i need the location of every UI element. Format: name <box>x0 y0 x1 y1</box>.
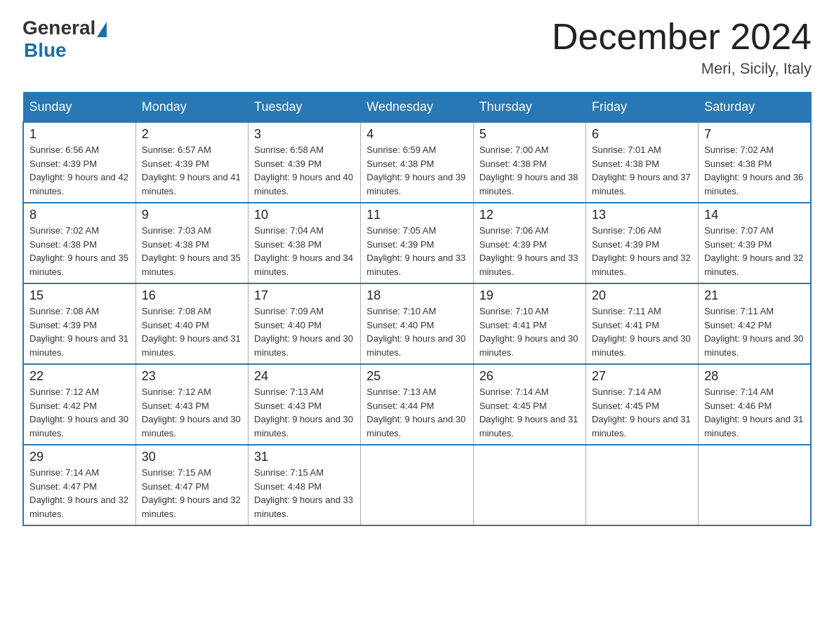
calendar-cell: 28 Sunrise: 7:14 AMSunset: 4:46 PMDaylig… <box>699 364 811 445</box>
calendar-week-row: 22 Sunrise: 7:12 AMSunset: 4:42 PMDaylig… <box>23 364 811 445</box>
calendar-cell: 5 Sunrise: 7:00 AMSunset: 4:38 PMDayligh… <box>473 122 585 203</box>
calendar-cell: 8 Sunrise: 7:02 AMSunset: 4:38 PMDayligh… <box>23 203 135 283</box>
day-number: 4 <box>366 127 467 142</box>
calendar-cell: 20 Sunrise: 7:11 AMSunset: 4:41 PMDaylig… <box>585 283 698 364</box>
day-number: 21 <box>704 288 805 303</box>
page-header: General Blue December 2024 Meri, Sicily,… <box>22 17 812 78</box>
logo-triangle-icon <box>97 22 107 37</box>
calendar-cell: 1 Sunrise: 6:56 AMSunset: 4:39 PMDayligh… <box>23 122 135 203</box>
day-number: 11 <box>366 208 467 222</box>
day-number: 31 <box>254 450 355 464</box>
calendar-header-friday: Friday <box>585 93 698 123</box>
calendar-cell <box>699 445 811 525</box>
calendar-header-monday: Monday <box>135 93 248 123</box>
calendar-cell: 14 Sunrise: 7:07 AMSunset: 4:39 PMDaylig… <box>699 203 811 283</box>
calendar-cell: 22 Sunrise: 7:12 AMSunset: 4:42 PMDaylig… <box>23 364 135 445</box>
calendar-cell: 25 Sunrise: 7:13 AMSunset: 4:44 PMDaylig… <box>361 364 473 445</box>
calendar-cell: 13 Sunrise: 7:06 AMSunset: 4:39 PMDaylig… <box>585 203 698 283</box>
day-info: Sunrise: 7:01 AMSunset: 4:38 PMDaylight:… <box>592 145 691 196</box>
logo-general-text: General <box>22 17 95 39</box>
day-number: 30 <box>142 450 242 464</box>
day-number: 20 <box>592 288 692 303</box>
calendar-cell: 12 Sunrise: 7:06 AMSunset: 4:39 PMDaylig… <box>473 203 585 283</box>
day-info: Sunrise: 7:15 AMSunset: 4:47 PMDaylight:… <box>142 467 241 519</box>
day-number: 29 <box>29 450 130 464</box>
day-number: 26 <box>479 369 580 384</box>
calendar-cell: 24 Sunrise: 7:13 AMSunset: 4:43 PMDaylig… <box>249 364 361 445</box>
calendar-cell: 7 Sunrise: 7:02 AMSunset: 4:38 PMDayligh… <box>699 122 811 203</box>
day-number: 10 <box>254 208 355 222</box>
calendar-cell: 3 Sunrise: 6:58 AMSunset: 4:39 PMDayligh… <box>249 122 361 203</box>
day-info: Sunrise: 7:14 AMSunset: 4:45 PMDaylight:… <box>592 387 691 438</box>
day-number: 16 <box>142 288 242 303</box>
calendar-cell: 2 Sunrise: 6:57 AMSunset: 4:39 PMDayligh… <box>135 122 248 203</box>
day-info: Sunrise: 7:12 AMSunset: 4:42 PMDaylight:… <box>29 387 128 438</box>
calendar-cell: 30 Sunrise: 7:15 AMSunset: 4:47 PMDaylig… <box>135 445 248 525</box>
day-number: 12 <box>479 208 580 222</box>
calendar-cell: 15 Sunrise: 7:08 AMSunset: 4:39 PMDaylig… <box>23 283 135 364</box>
day-number: 7 <box>704 127 805 142</box>
day-info: Sunrise: 7:09 AMSunset: 4:40 PMDaylight:… <box>254 306 353 358</box>
day-info: Sunrise: 7:08 AMSunset: 4:39 PMDaylight:… <box>29 306 128 358</box>
calendar-cell: 9 Sunrise: 7:03 AMSunset: 4:38 PMDayligh… <box>135 203 248 283</box>
logo-blue-text: Blue <box>24 39 67 62</box>
day-number: 28 <box>704 369 805 384</box>
day-info: Sunrise: 7:00 AMSunset: 4:38 PMDaylight:… <box>479 145 578 196</box>
calendar-cell: 6 Sunrise: 7:01 AMSunset: 4:38 PMDayligh… <box>585 122 698 203</box>
calendar-header-row: SundayMondayTuesdayWednesdayThursdayFrid… <box>23 93 811 123</box>
day-info: Sunrise: 7:06 AMSunset: 4:39 PMDaylight:… <box>592 225 691 277</box>
calendar-cell: 11 Sunrise: 7:05 AMSunset: 4:39 PMDaylig… <box>361 203 473 283</box>
calendar-cell: 4 Sunrise: 6:59 AMSunset: 4:38 PMDayligh… <box>361 122 473 203</box>
calendar-cell: 31 Sunrise: 7:15 AMSunset: 4:48 PMDaylig… <box>249 445 361 525</box>
calendar-cell: 17 Sunrise: 7:09 AMSunset: 4:40 PMDaylig… <box>249 283 361 364</box>
day-info: Sunrise: 7:13 AMSunset: 4:44 PMDaylight:… <box>366 387 465 438</box>
calendar-week-row: 15 Sunrise: 7:08 AMSunset: 4:39 PMDaylig… <box>23 283 811 364</box>
day-info: Sunrise: 7:05 AMSunset: 4:39 PMDaylight:… <box>366 225 465 277</box>
calendar-header-sunday: Sunday <box>23 93 135 123</box>
day-number: 25 <box>366 369 467 384</box>
calendar-cell <box>473 445 585 525</box>
day-info: Sunrise: 7:07 AMSunset: 4:39 PMDaylight:… <box>704 225 803 277</box>
day-number: 6 <box>592 127 692 142</box>
calendar-header-thursday: Thursday <box>473 93 585 123</box>
calendar-cell: 27 Sunrise: 7:14 AMSunset: 4:45 PMDaylig… <box>585 364 698 445</box>
logo: General Blue <box>22 17 108 62</box>
day-number: 5 <box>479 127 580 142</box>
day-info: Sunrise: 7:02 AMSunset: 4:38 PMDaylight:… <box>704 145 803 196</box>
day-number: 24 <box>254 369 355 384</box>
day-info: Sunrise: 6:57 AMSunset: 4:39 PMDaylight:… <box>142 145 241 196</box>
day-info: Sunrise: 7:14 AMSunset: 4:46 PMDaylight:… <box>704 387 803 438</box>
day-number: 3 <box>254 127 355 142</box>
day-info: Sunrise: 7:15 AMSunset: 4:48 PMDaylight:… <box>254 467 353 519</box>
day-info: Sunrise: 6:59 AMSunset: 4:38 PMDaylight:… <box>366 145 465 196</box>
day-info: Sunrise: 7:10 AMSunset: 4:41 PMDaylight:… <box>479 306 578 358</box>
calendar-cell <box>585 445 698 525</box>
day-info: Sunrise: 7:11 AMSunset: 4:41 PMDaylight:… <box>592 306 691 358</box>
day-info: Sunrise: 7:10 AMSunset: 4:40 PMDaylight:… <box>366 306 465 358</box>
day-number: 15 <box>29 288 130 303</box>
calendar-header-tuesday: Tuesday <box>249 93 361 123</box>
day-info: Sunrise: 6:56 AMSunset: 4:39 PMDaylight:… <box>29 145 128 196</box>
calendar-header-saturday: Saturday <box>699 93 811 123</box>
calendar-week-row: 1 Sunrise: 6:56 AMSunset: 4:39 PMDayligh… <box>23 122 811 203</box>
day-number: 18 <box>366 288 467 303</box>
calendar-cell: 21 Sunrise: 7:11 AMSunset: 4:42 PMDaylig… <box>699 283 811 364</box>
day-number: 27 <box>592 369 692 384</box>
day-info: Sunrise: 7:04 AMSunset: 4:38 PMDaylight:… <box>254 225 353 277</box>
calendar-cell: 18 Sunrise: 7:10 AMSunset: 4:40 PMDaylig… <box>361 283 473 364</box>
day-number: 17 <box>254 288 355 303</box>
day-number: 8 <box>29 208 130 222</box>
calendar-cell: 29 Sunrise: 7:14 AMSunset: 4:47 PMDaylig… <box>23 445 135 525</box>
calendar-week-row: 29 Sunrise: 7:14 AMSunset: 4:47 PMDaylig… <box>23 445 811 525</box>
title-block: December 2024 Meri, Sicily, Italy <box>552 17 812 78</box>
calendar-header-wednesday: Wednesday <box>361 93 473 123</box>
day-number: 23 <box>142 369 242 384</box>
calendar-table: SundayMondayTuesdayWednesdayThursdayFrid… <box>22 92 812 526</box>
calendar-cell: 26 Sunrise: 7:14 AMSunset: 4:45 PMDaylig… <box>473 364 585 445</box>
calendar-cell: 10 Sunrise: 7:04 AMSunset: 4:38 PMDaylig… <box>249 203 361 283</box>
day-number: 14 <box>704 208 805 222</box>
calendar-cell: 19 Sunrise: 7:10 AMSunset: 4:41 PMDaylig… <box>473 283 585 364</box>
day-number: 2 <box>142 127 242 142</box>
day-number: 19 <box>479 288 580 303</box>
calendar-cell <box>361 445 473 525</box>
